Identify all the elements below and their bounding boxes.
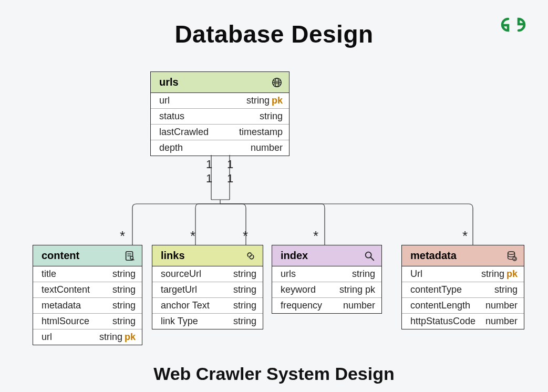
table-row: titlestring	[33, 266, 142, 282]
svg-point-10	[508, 251, 515, 254]
table-row: textContentstring	[33, 282, 142, 298]
table-row: sourceUrlstring	[152, 266, 263, 282]
link-icon	[245, 250, 256, 262]
table-row: anchor Textstring	[152, 298, 263, 314]
table-name: metadata	[410, 250, 457, 262]
cardinality-1: 1	[206, 172, 212, 185]
cardinality-star: *	[462, 228, 468, 244]
table-name: links	[161, 250, 185, 262]
cardinality-star: *	[120, 228, 125, 244]
gfg-logo	[501, 17, 526, 33]
table-index: index urlsstring keywordstring pk freque…	[272, 245, 382, 314]
table-header-urls: urls	[151, 72, 289, 93]
table-row: frequencynumber	[272, 298, 381, 313]
table-links: links sourceUrlstring targetUrlstring an…	[152, 245, 263, 329]
table-row: httpStatusCodenumber	[402, 314, 524, 329]
search-icon	[364, 250, 375, 262]
table-row: htmlSourcestring	[33, 314, 142, 329]
table-row: urlstringpk	[33, 329, 142, 345]
page-title: Database Design	[0, 20, 548, 48]
table-row: urlstringpk	[151, 93, 289, 109]
table-row: metadatastring	[33, 298, 142, 314]
table-header-content: content	[33, 245, 142, 266]
table-row: link Typestring	[152, 314, 263, 329]
table-row: depthnumber	[151, 140, 289, 156]
svg-point-11	[513, 256, 516, 260]
table-name: content	[42, 250, 79, 262]
table-urls: urls urlstringpk statusstring lastCrawle…	[150, 71, 289, 156]
table-header-metadata: metadata	[402, 245, 524, 266]
database-icon	[506, 250, 518, 262]
table-row: contentLengthnumber	[402, 298, 524, 314]
table-row: lastCrawledtimestamp	[151, 125, 289, 140]
table-name: urls	[159, 76, 179, 88]
table-row: keywordstring pk	[272, 282, 381, 298]
table-row: contentTypestring	[402, 282, 524, 298]
svg-line-9	[371, 257, 374, 260]
table-metadata: metadata Urlstringpk contentTypestring c…	[401, 245, 524, 329]
globe-icon	[271, 77, 283, 88]
document-search-icon	[124, 250, 136, 262]
table-header-index: index	[272, 245, 381, 266]
cardinality-1: 1	[227, 158, 233, 171]
cardinality-star: *	[243, 228, 248, 244]
page-subtitle: Web Crawler System Design	[0, 364, 548, 384]
table-row: statusstring	[151, 109, 289, 125]
table-name: index	[281, 250, 308, 262]
cardinality-1: 1	[206, 158, 212, 171]
table-header-links: links	[152, 245, 263, 266]
table-row: Urlstringpk	[402, 266, 524, 282]
svg-point-8	[366, 252, 371, 257]
cardinality-star: *	[313, 228, 318, 244]
table-content: content titlestring textContentstring me…	[33, 245, 142, 345]
cardinality-star: *	[190, 228, 195, 244]
table-row: targetUrlstring	[152, 282, 263, 298]
cardinality-1: 1	[227, 172, 233, 185]
table-row: urlsstring	[272, 266, 381, 282]
